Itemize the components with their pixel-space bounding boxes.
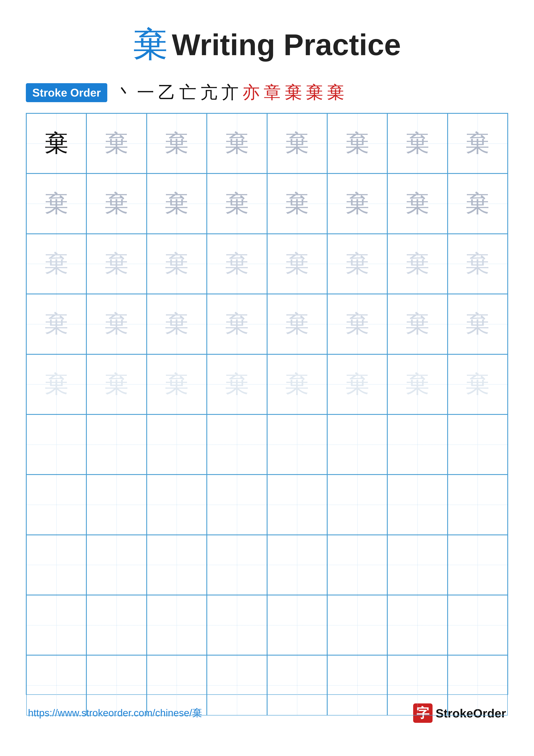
grid-cell-9-4[interactable]	[267, 655, 327, 715]
practice-char: 棄	[165, 127, 189, 159]
grid-cell-6-2[interactable]	[147, 474, 207, 535]
practice-char: 棄	[105, 188, 128, 220]
grid-cell-7-6[interactable]	[387, 535, 447, 595]
grid-cell-1-5[interactable]: 棄	[327, 174, 387, 233]
grid-cell-6-7[interactable]	[447, 474, 508, 535]
grid-cell-6-4[interactable]	[267, 474, 327, 535]
grid-cell-5-0[interactable]	[26, 415, 87, 474]
grid-cell-1-1[interactable]: 棄	[87, 174, 146, 233]
grid-cell-8-6[interactable]	[387, 595, 447, 655]
grid-cell-5-7[interactable]	[447, 415, 508, 474]
grid-cell-4-7[interactable]: 棄	[447, 354, 508, 415]
grid-cell-0-6[interactable]: 棄	[387, 113, 447, 174]
practice-char: 棄	[105, 308, 128, 340]
practice-char: 棄	[345, 127, 369, 159]
grid-cell-3-7[interactable]: 棄	[447, 294, 508, 354]
title-char: 棄	[133, 21, 167, 68]
grid-cell-7-3[interactable]	[207, 535, 267, 595]
grid-cell-2-0[interactable]: 棄	[26, 234, 87, 294]
grid-cell-5-6[interactable]	[387, 415, 447, 474]
practice-char: 棄	[345, 248, 369, 280]
grid-cell-2-6[interactable]: 棄	[387, 234, 447, 294]
grid-cell-3-5[interactable]: 棄	[327, 294, 387, 354]
grid-cell-4-3[interactable]: 棄	[207, 354, 267, 415]
grid-cell-8-5[interactable]	[327, 595, 387, 655]
stroke-2: 一	[137, 81, 154, 104]
grid-cell-7-4[interactable]	[267, 535, 327, 595]
grid-cell-4-1[interactable]: 棄	[87, 354, 146, 415]
grid-cell-9-1[interactable]	[87, 655, 146, 715]
practice-char: 棄	[285, 188, 309, 220]
grid-cell-8-2[interactable]	[147, 595, 207, 655]
grid-cell-9-6[interactable]	[387, 655, 447, 715]
grid-cell-8-3[interactable]	[207, 595, 267, 655]
grid-cell-2-3[interactable]: 棄	[207, 234, 267, 294]
grid-cell-3-3[interactable]: 棄	[207, 294, 267, 354]
grid-cell-2-2[interactable]: 棄	[147, 234, 207, 294]
practice-char: 棄	[466, 308, 489, 340]
grid-cell-0-2[interactable]: 棄	[147, 113, 207, 174]
title-text: Writing Practice	[172, 27, 401, 62]
grid-cell-9-3[interactable]	[207, 655, 267, 715]
grid-cell-0-3[interactable]: 棄	[207, 113, 267, 174]
grid-cell-2-5[interactable]: 棄	[327, 234, 387, 294]
grid-cell-3-1[interactable]: 棄	[87, 294, 146, 354]
practice-char: 棄	[345, 368, 369, 400]
grid-cell-0-1[interactable]: 棄	[87, 113, 146, 174]
grid-cell-0-0[interactable]: 棄	[26, 113, 87, 174]
grid-cell-1-7[interactable]: 棄	[447, 174, 508, 233]
grid-cell-1-4[interactable]: 棄	[267, 174, 327, 233]
grid-cell-5-1[interactable]	[87, 415, 146, 474]
grid-cell-5-5[interactable]	[327, 415, 387, 474]
practice-char: 棄	[225, 308, 249, 340]
grid-cell-1-0[interactable]: 棄	[26, 174, 87, 233]
grid-cell-0-5[interactable]: 棄	[327, 113, 387, 174]
grid-cell-1-2[interactable]: 棄	[147, 174, 207, 233]
grid-cell-1-6[interactable]: 棄	[387, 174, 447, 233]
grid-cell-3-2[interactable]: 棄	[147, 294, 207, 354]
grid-cell-6-0[interactable]	[26, 474, 87, 535]
grid-cell-3-0[interactable]: 棄	[26, 294, 87, 354]
grid-cell-9-7[interactable]	[447, 655, 508, 715]
grid-cell-2-7[interactable]: 棄	[447, 234, 508, 294]
grid-cell-3-6[interactable]: 棄	[387, 294, 447, 354]
grid-cell-3-4[interactable]: 棄	[267, 294, 327, 354]
grid-cell-6-6[interactable]	[387, 474, 447, 535]
grid-cell-8-7[interactable]	[447, 595, 508, 655]
grid-cell-4-2[interactable]: 棄	[147, 354, 207, 415]
grid-cell-2-1[interactable]: 棄	[87, 234, 146, 294]
grid-cell-6-5[interactable]	[327, 474, 387, 535]
grid-cell-8-1[interactable]	[87, 595, 146, 655]
grid-cell-8-0[interactable]	[26, 595, 87, 655]
grid-cell-8-4[interactable]	[267, 595, 327, 655]
grid-cell-5-4[interactable]	[267, 415, 327, 474]
practice-char: 棄	[406, 188, 429, 220]
grid-cell-7-5[interactable]	[327, 535, 387, 595]
grid-cell-4-6[interactable]: 棄	[387, 354, 447, 415]
practice-char: 棄	[285, 308, 309, 340]
grid-cell-7-2[interactable]	[147, 535, 207, 595]
grid-cell-0-4[interactable]: 棄	[267, 113, 327, 174]
grid-cell-6-3[interactable]	[207, 474, 267, 535]
practice-char: 棄	[406, 248, 429, 280]
grid-cell-2-4[interactable]: 棄	[267, 234, 327, 294]
practice-char: 棄	[345, 188, 369, 220]
grid-cell-5-2[interactable]	[147, 415, 207, 474]
grid-cell-4-4[interactable]: 棄	[267, 354, 327, 415]
grid-cell-7-7[interactable]	[447, 535, 508, 595]
stroke-order-badge: Stroke Order	[26, 83, 107, 102]
practice-char: 棄	[285, 248, 309, 280]
grid-cell-0-7[interactable]: 棄	[447, 113, 508, 174]
practice-char: 棄	[406, 308, 429, 340]
grid-cell-4-0[interactable]: 棄	[26, 354, 87, 415]
grid-cell-7-1[interactable]	[87, 535, 146, 595]
practice-char: 棄	[165, 368, 189, 400]
grid-cell-9-0[interactable]	[26, 655, 87, 715]
grid-cell-4-5[interactable]: 棄	[327, 354, 387, 415]
grid-cell-5-3[interactable]	[207, 415, 267, 474]
grid-cell-1-3[interactable]: 棄	[207, 174, 267, 233]
grid-cell-9-2[interactable]	[147, 655, 207, 715]
grid-cell-6-1[interactable]	[87, 474, 146, 535]
grid-cell-9-5[interactable]	[327, 655, 387, 715]
grid-cell-7-0[interactable]	[26, 535, 87, 595]
